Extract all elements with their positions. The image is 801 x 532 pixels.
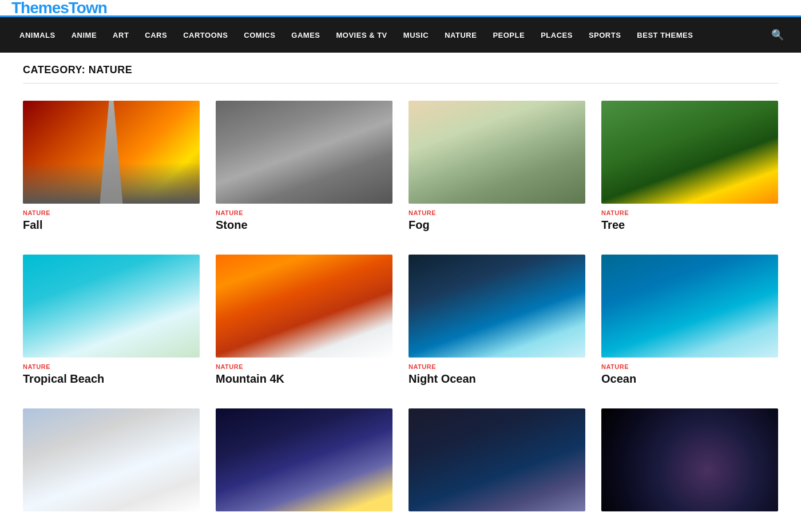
nav-item-cartoons[interactable]: CARTOONS — [175, 17, 236, 53]
card-image-tree — [601, 101, 778, 204]
card-image-tropical — [23, 255, 200, 358]
category-heading: CATEGORY: NATURE — [23, 64, 778, 84]
card-night-ocean[interactable]: NATURE Night Ocean — [409, 255, 585, 386]
main-nav: ANIMALS ANIME ART CARS CARTOONS COMICS G… — [0, 17, 801, 53]
nav-item-anime[interactable]: ANIME — [64, 17, 105, 53]
card-title-tropical: Tropical Beach — [23, 372, 200, 386]
main-content: CATEGORY: NATURE NATURE Fall NATURE Ston… — [11, 53, 790, 532]
grid-row-3 — [23, 408, 778, 517]
nav-item-music[interactable]: MUSIC — [395, 17, 437, 53]
card-category-stone: NATURE — [216, 209, 392, 216]
card-image-stone — [216, 101, 392, 204]
card-title-stone: Stone — [216, 219, 392, 232]
card-image-snow — [23, 408, 200, 511]
card-tropical-beach[interactable]: NATURE Tropical Beach — [23, 255, 200, 386]
card-title-night-ocean: Night Ocean — [409, 372, 585, 386]
grid-row-2: NATURE Tropical Beach NATURE Mountain 4K… — [23, 255, 778, 386]
nav-item-art[interactable]: ART — [105, 17, 137, 53]
card-snow[interactable] — [23, 408, 200, 517]
card-image-fall — [23, 101, 200, 204]
card-category-tropical: NATURE — [23, 363, 200, 370]
logo-bar: ThemesTown — [0, 0, 801, 17]
card-image-fog — [409, 101, 585, 204]
card-image-drops — [409, 408, 585, 511]
nav-item-games[interactable]: GAMES — [283, 17, 328, 53]
nav-item-sports[interactable]: SPORTS — [581, 17, 629, 53]
card-title-mountain: Mountain 4K — [216, 372, 392, 386]
card-category-mountain: NATURE — [216, 363, 392, 370]
card-fall[interactable]: NATURE Fall — [23, 101, 200, 232]
nav-item-nature[interactable]: NATURE — [437, 17, 485, 53]
nav-item-animals[interactable]: ANIMALS — [11, 17, 64, 53]
card-tree[interactable]: NATURE Tree — [601, 101, 778, 232]
nav-item-best-themes[interactable]: BEST THEMES — [629, 17, 701, 53]
card-title-ocean: Ocean — [601, 372, 778, 386]
card-title-fall: Fall — [23, 219, 200, 232]
nav-item-movies-tv[interactable]: MOVIES & TV — [328, 17, 395, 53]
card-category-fall: NATURE — [23, 209, 200, 216]
card-mountain[interactable]: NATURE Mountain 4K — [216, 255, 392, 386]
card-category-night-ocean: NATURE — [409, 363, 585, 370]
card-water-drops[interactable] — [409, 408, 585, 517]
card-stone[interactable]: NATURE Stone — [216, 101, 392, 232]
card-title-fog: Fog — [409, 219, 585, 232]
card-ocean[interactable]: NATURE Ocean — [601, 255, 778, 386]
nav-item-people[interactable]: PEOPLE — [485, 17, 533, 53]
card-space[interactable] — [601, 408, 778, 517]
grid-row-1: NATURE Fall NATURE Stone NATURE Fog NATU… — [23, 101, 778, 232]
card-image-mountain — [216, 255, 392, 358]
card-image-ocean — [601, 255, 778, 358]
site-logo[interactable]: ThemesTown — [11, 0, 107, 17]
search-icon[interactable]: 🔍 — [766, 29, 790, 41]
card-title-tree: Tree — [601, 219, 778, 232]
card-image-space — [601, 408, 778, 511]
card-category-fog: NATURE — [409, 209, 585, 216]
nav-item-places[interactable]: PLACES — [533, 17, 581, 53]
card-night-forest[interactable] — [216, 408, 392, 517]
card-image-night-forest — [216, 408, 392, 511]
card-image-night-ocean — [409, 255, 585, 358]
card-fog[interactable]: NATURE Fog — [409, 101, 585, 232]
card-category-tree: NATURE — [601, 209, 778, 216]
nav-item-cars[interactable]: CARS — [137, 17, 175, 53]
nav-item-comics[interactable]: COMICS — [236, 17, 283, 53]
card-category-ocean: NATURE — [601, 363, 778, 370]
